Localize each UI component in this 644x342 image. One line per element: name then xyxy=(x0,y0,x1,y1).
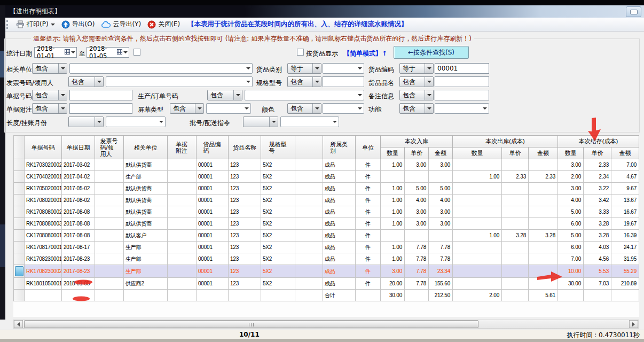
table-cell[interactable] xyxy=(453,159,502,171)
table-cell[interactable] xyxy=(381,230,405,242)
table-cell[interactable]: 2.33 xyxy=(529,171,558,183)
doc-no-input[interactable] xyxy=(69,90,132,100)
table-cell[interactable]: 3.28 xyxy=(584,230,611,242)
export-button[interactable]: 导出(O) xyxy=(58,19,98,30)
table-cell[interactable]: 5X2 xyxy=(261,171,295,183)
table-cell[interactable]: 成品 xyxy=(323,218,356,230)
table-cell[interactable]: 2017-08-08 xyxy=(62,218,95,230)
table-cell[interactable]: 13.67 xyxy=(611,195,639,206)
row-header-cell[interactable] xyxy=(14,159,25,171)
table-cell[interactable]: 1.00 xyxy=(381,218,405,230)
related-unit-op-select[interactable]: 包含 xyxy=(32,63,67,74)
table-cell[interactable] xyxy=(529,195,558,206)
spec-model-input[interactable] xyxy=(323,76,364,87)
column-header[interactable]: 单位 xyxy=(356,136,381,159)
table-cell[interactable]: 1.00 xyxy=(381,242,405,253)
table-cell[interactable] xyxy=(453,206,502,218)
table-cell[interactable] xyxy=(95,253,124,265)
column-subheader[interactable]: 数量 xyxy=(453,147,502,159)
table-cell[interactable] xyxy=(295,206,323,218)
table-cell[interactable] xyxy=(502,159,529,171)
table-cell[interactable]: 生产部 xyxy=(124,242,168,253)
table-cell[interactable]: 2017-08-02 xyxy=(62,195,95,206)
table-cell[interactable]: 123 xyxy=(229,159,261,171)
goods-name-op-select[interactable]: 包含 xyxy=(399,76,434,87)
column-header[interactable]: 单据日期 xyxy=(62,136,95,159)
table-cell[interactable]: 00001 xyxy=(197,265,229,278)
table-cell[interactable]: 3.00 xyxy=(558,159,584,171)
chevron-down-icon[interactable] xyxy=(123,51,128,56)
table-cell[interactable]: 成品 xyxy=(323,242,356,253)
table-cell[interactable]: 2017-08-08 xyxy=(62,206,95,218)
column-subheader[interactable]: 金额 xyxy=(529,147,558,159)
table-cell[interactable] xyxy=(295,242,323,253)
table-cell[interactable]: 件 xyxy=(356,171,381,183)
chevron-down-icon[interactable] xyxy=(71,51,75,56)
column-group-header[interactable]: 本次入库 xyxy=(381,136,453,147)
table-cell[interactable]: 3.00 xyxy=(558,183,584,195)
column-header[interactable]: 单据附注 xyxy=(168,136,197,159)
table-cell[interactable]: 成品 xyxy=(323,183,356,195)
table-cell[interactable]: 123 xyxy=(229,278,261,290)
table-cell[interactable]: 24.17 xyxy=(611,242,639,253)
table-cell[interactable]: 件 xyxy=(356,183,381,195)
table-cell[interactable]: 3.00 xyxy=(405,159,429,171)
table-cell[interactable]: 成品 xyxy=(323,195,356,206)
table-cell[interactable]: 2017-05-02 xyxy=(62,183,95,195)
table-cell[interactable] xyxy=(529,253,558,265)
table-cell[interactable]: 7.78 xyxy=(429,253,453,265)
table-cell[interactable] xyxy=(295,171,323,183)
table-row[interactable]: RK17030200022017-03-02默认供货商000011235X2成品… xyxy=(14,159,639,171)
table-cell[interactable]: 20.00 xyxy=(381,278,405,290)
table-cell[interactable]: 5X2 xyxy=(261,253,295,265)
table-cell[interactable]: 4.56 xyxy=(584,253,611,265)
table-cell[interactable]: 2017-08-08 xyxy=(62,230,95,242)
date-to-picker[interactable]: 2018-01-05 xyxy=(87,47,129,58)
batch-op-select[interactable] xyxy=(243,116,278,127)
restore-window-button[interactable] xyxy=(626,6,641,17)
table-cell[interactable] xyxy=(502,278,529,290)
table-cell[interactable] xyxy=(502,242,529,253)
row-header-cell[interactable] xyxy=(14,218,25,230)
table-cell[interactable]: RK1801050001 xyxy=(25,278,62,290)
table-cell[interactable]: 23.34 xyxy=(429,265,453,278)
table-cell[interactable]: RK1708230001 xyxy=(25,253,62,265)
row-header-cell[interactable] xyxy=(14,278,25,290)
table-cell[interactable]: 5X2 xyxy=(261,278,295,290)
table-cell[interactable] xyxy=(453,195,502,206)
table-cell[interactable]: 2017-03-02 xyxy=(62,159,95,171)
table-row[interactable]: RK17082300012017-08-23生产部000011235X2成品件1… xyxy=(14,253,639,265)
table-cell[interactable]: 3.28 xyxy=(502,230,529,242)
table-cell[interactable] xyxy=(95,218,124,230)
scrollbar-thumb[interactable] xyxy=(24,320,478,328)
column-header[interactable]: 单据号码 xyxy=(25,136,62,159)
table-cell[interactable] xyxy=(95,265,124,278)
table-cell[interactable]: RK1703020002 xyxy=(25,159,62,171)
table-cell[interactable] xyxy=(295,278,323,290)
table-cell[interactable]: 生产部 xyxy=(124,253,168,265)
goods-code-input[interactable]: 00001 xyxy=(435,63,489,74)
table-cell[interactable]: 1.00 xyxy=(381,253,405,265)
simple-mode-link[interactable]: 【简单模式】↑ xyxy=(343,49,387,58)
table-cell[interactable] xyxy=(405,171,429,183)
spec-model-op-select[interactable]: 包含 xyxy=(287,76,321,87)
table-cell[interactable]: RK1708080002 xyxy=(25,206,62,218)
table-cell[interactable]: RK1708080003 xyxy=(25,218,62,230)
table-cell[interactable]: 成品 xyxy=(323,206,356,218)
table-cell[interactable] xyxy=(529,218,558,230)
table-cell[interactable]: 16.67 xyxy=(611,206,639,218)
table-cell[interactable]: 供应商2 xyxy=(124,278,168,290)
table-cell[interactable] xyxy=(453,183,502,195)
date-option-checkbox[interactable] xyxy=(133,49,140,56)
column-subheader[interactable]: 金额 xyxy=(429,147,453,159)
table-cell[interactable]: 1.00 xyxy=(381,195,405,206)
table-cell[interactable]: 9.67 xyxy=(611,183,639,195)
table-cell[interactable]: 5.00 xyxy=(558,230,584,242)
table-cell[interactable] xyxy=(168,218,197,230)
table-cell[interactable]: 默认供货商 xyxy=(124,159,168,171)
table-cell[interactable]: 00001 xyxy=(197,183,229,195)
table-cell[interactable] xyxy=(295,230,323,242)
table-cell[interactable] xyxy=(295,218,323,230)
remark-input[interactable] xyxy=(435,90,489,100)
table-cell[interactable]: 7.78 xyxy=(405,265,429,278)
